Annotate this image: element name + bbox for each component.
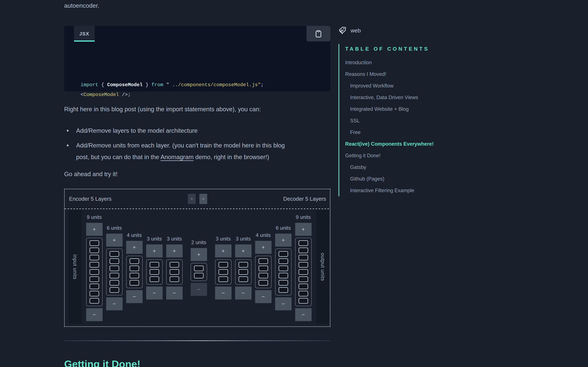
layer-units-label: 9 units [296, 214, 311, 220]
remove-unit-button[interactable]: − [126, 290, 143, 303]
unit-box [299, 291, 308, 296]
tab-jsx[interactable]: JSX [74, 26, 95, 42]
unit-box [279, 251, 288, 257]
layer-column-1: 6 units+− [106, 225, 122, 310]
layer-units-label: 6 units [276, 225, 291, 231]
intro-paragraph: Right here in this blog post (using the … [64, 106, 261, 113]
toc-item-interactive-filtering-example[interactable]: Interactive Filtering Example [345, 185, 467, 196]
paragraph-tail: autoencoder. [64, 2, 99, 9]
units-container [255, 256, 271, 288]
units-container [191, 263, 207, 281]
remove-unit-button[interactable]: − [275, 297, 292, 310]
toc-title: TABLE OF CONTENTS [345, 46, 467, 52]
layers-row: 9 units+−6 units+−4 units+−3 units+−3 un… [82, 209, 316, 326]
unit-box [130, 273, 139, 278]
unit-box [90, 291, 99, 296]
code-token: ; [261, 82, 264, 88]
remove-unit-button[interactable]: − [146, 287, 163, 300]
add-unit-button[interactable]: + [146, 244, 163, 257]
remove-unit-button[interactable]: − [255, 290, 271, 303]
decoder-layers-label: Decoder 5 Layers [207, 196, 326, 202]
layer-units-label: 4 units [127, 232, 142, 238]
code-token: { [101, 82, 107, 88]
toc-item-reasons-i-moved[interactable]: Reasons I Moved! [345, 68, 467, 80]
widget-header: Encoder 5 Layers + − Decoder 5 Layers [65, 189, 330, 209]
units-container [215, 259, 232, 284]
unit-box [130, 266, 139, 271]
add-unit-button[interactable]: + [126, 241, 143, 254]
remove-unit-button[interactable]: − [106, 297, 122, 310]
units-container [106, 249, 122, 295]
toc-item-gatsby[interactable]: Gatsby [345, 161, 467, 173]
unit-box [90, 276, 99, 282]
code-token: import [81, 82, 101, 88]
list-item: Add/Remove units from each layer. (you c… [64, 140, 295, 163]
toc-item-ssl[interactable]: SSL [345, 115, 467, 126]
add-unit-button[interactable]: + [275, 234, 292, 247]
toc-item-getting-it-done[interactable]: Getting it Done! [345, 150, 467, 161]
add-unit-button[interactable]: + [295, 223, 311, 236]
unit-box [150, 269, 159, 275]
output-units-label: output units [320, 253, 326, 281]
unit-box [239, 269, 248, 275]
remove-unit-button[interactable]: − [86, 308, 103, 321]
unit-box [239, 262, 248, 267]
add-unit-button[interactable]: + [235, 244, 251, 257]
unit-box [259, 273, 268, 278]
unit-box [279, 273, 288, 278]
toc-item-free[interactable]: Free [345, 126, 467, 138]
code-token: " [166, 82, 172, 88]
toc-item-interactive-data-driven-views[interactable]: Interactive, Data Driven Views [345, 92, 467, 103]
unit-box [299, 298, 308, 304]
encoder-layers-label: Encoder 5 Layers [69, 196, 188, 202]
code-token: } [143, 82, 151, 88]
cta-text: Go ahead and try it! [64, 171, 117, 178]
toc-item-github-pages[interactable]: Github (Pages) [345, 173, 467, 185]
remove-unit-button[interactable]: − [166, 287, 183, 300]
copy-code-button[interactable] [306, 26, 330, 42]
layer-units-label: 6 units [107, 225, 122, 231]
unit-box [239, 276, 248, 282]
post-tag[interactable]: web [338, 26, 361, 35]
section-heading: Getting it Done! [64, 358, 140, 367]
add-unit-button[interactable]: + [166, 244, 183, 257]
tag-icon [338, 26, 347, 35]
add-unit-button[interactable]: + [191, 248, 207, 261]
unit-box [90, 248, 99, 253]
code-token: < [81, 92, 84, 98]
unit-box [299, 276, 308, 282]
toc-item-react-ive-components-everywhere[interactable]: React(ive) Components Everywhere! [345, 138, 467, 150]
toc-item-improved-workflow[interactable]: Improved Workflow [345, 80, 467, 92]
toc-item-introduction[interactable]: Introduction [345, 57, 467, 68]
unit-box [90, 269, 99, 275]
unit-box [299, 262, 308, 267]
input-units-panel: input units [69, 210, 81, 324]
code-token: ; [128, 92, 131, 98]
anomagram-link[interactable]: Anomagram [160, 154, 194, 160]
layer-units-label: 2 units [191, 240, 206, 245]
unit-box [110, 266, 119, 271]
layer-column-6: 3 units+− [215, 236, 232, 300]
add-unit-button[interactable]: + [215, 244, 232, 257]
layer-units-label: 3 units [216, 236, 231, 242]
unit-box [90, 262, 99, 267]
layer-column-10: 9 units+− [295, 214, 311, 321]
layer-column-4: 3 units+− [166, 236, 183, 300]
add-layer-button[interactable]: + [188, 194, 196, 204]
add-unit-button[interactable]: + [86, 223, 103, 236]
unit-box [299, 248, 308, 253]
remove-layer-button[interactable]: − [199, 194, 207, 204]
unit-box [194, 273, 204, 278]
remove-unit-button[interactable]: − [295, 308, 311, 321]
unit-box [279, 266, 288, 271]
unit-box [110, 258, 119, 264]
remove-unit-button[interactable]: − [215, 287, 232, 300]
remove-unit-button[interactable]: − [191, 283, 207, 296]
layer-column-5: 2 units+− [191, 240, 207, 296]
add-unit-button[interactable]: + [106, 234, 122, 247]
add-unit-button[interactable]: + [255, 241, 271, 254]
toc-item-integrated-website-blog[interactable]: Integrated Website + Blog [345, 103, 467, 115]
layer-column-8: 4 units+− [255, 232, 271, 303]
remove-unit-button[interactable]: − [235, 287, 251, 300]
unit-box [170, 269, 179, 275]
